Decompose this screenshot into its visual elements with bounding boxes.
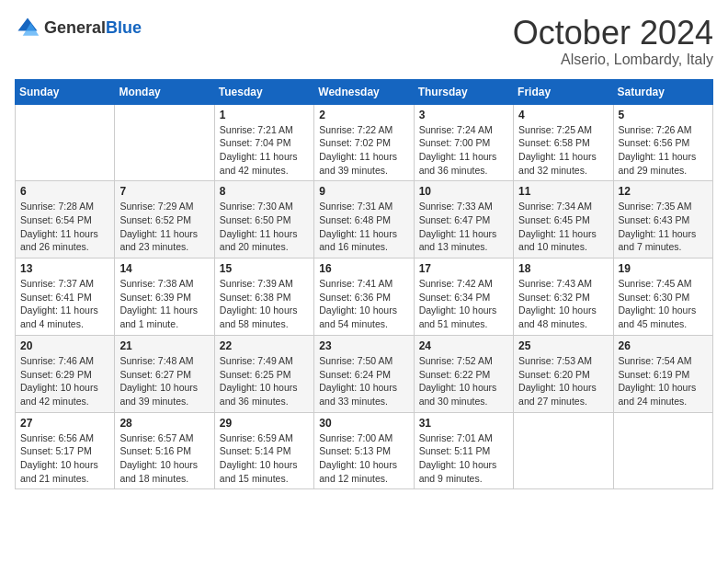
calendar-cell: 7Sunrise: 7:29 AM Sunset: 6:52 PM Daylig…: [115, 181, 214, 259]
calendar-cell: 24Sunrise: 7:52 AM Sunset: 6:22 PM Dayli…: [414, 335, 513, 412]
weekday-header-cell: Sunday: [16, 79, 115, 104]
location-title: Alserio, Lombardy, Italy: [513, 52, 713, 68]
calendar-cell: 4Sunrise: 7:25 AM Sunset: 6:58 PM Daylig…: [514, 104, 613, 181]
day-number: 31: [419, 417, 508, 430]
day-info: Sunrise: 7:42 AM Sunset: 6:34 PM Dayligh…: [419, 277, 508, 331]
day-info: Sunrise: 6:56 AM Sunset: 5:17 PM Dayligh…: [20, 431, 109, 486]
logo-general-text: General: [44, 18, 106, 37]
day-info: Sunrise: 7:41 AM Sunset: 6:36 PM Dayligh…: [319, 277, 408, 331]
calendar-cell: 2Sunrise: 7:22 AM Sunset: 7:02 PM Daylig…: [314, 104, 414, 181]
calendar-cell: 6Sunrise: 7:28 AM Sunset: 6:54 PM Daylig…: [16, 181, 115, 259]
day-number: 21: [119, 339, 209, 352]
weekday-header-cell: Monday: [115, 79, 214, 104]
weekday-header-cell: Friday: [514, 79, 613, 104]
calendar-cell: 1Sunrise: 7:21 AM Sunset: 7:04 PM Daylig…: [214, 104, 313, 181]
day-number: 9: [319, 185, 408, 198]
calendar-cell: 15Sunrise: 7:39 AM Sunset: 6:38 PM Dayli…: [214, 259, 313, 336]
calendar-cell: 20Sunrise: 7:46 AM Sunset: 6:29 PM Dayli…: [16, 335, 115, 412]
logo-blue-text: Blue: [106, 18, 142, 37]
weekday-header-cell: Tuesday: [214, 79, 313, 104]
day-info: Sunrise: 7:50 AM Sunset: 6:24 PM Dayligh…: [319, 354, 408, 408]
day-info: Sunrise: 7:52 AM Sunset: 6:22 PM Dayligh…: [419, 354, 508, 408]
day-number: 23: [319, 339, 408, 352]
calendar-cell: 21Sunrise: 7:48 AM Sunset: 6:27 PM Dayli…: [115, 335, 214, 412]
calendar-cell: 19Sunrise: 7:45 AM Sunset: 6:30 PM Dayli…: [613, 259, 712, 336]
day-number: 14: [119, 262, 209, 275]
calendar-cell: 5Sunrise: 7:26 AM Sunset: 6:56 PM Daylig…: [613, 104, 712, 181]
calendar-cell: 31Sunrise: 7:01 AM Sunset: 5:11 PM Dayli…: [414, 412, 513, 489]
day-info: Sunrise: 7:22 AM Sunset: 7:02 PM Dayligh…: [319, 123, 408, 178]
day-number: 30: [319, 417, 408, 430]
calendar-cell: 18Sunrise: 7:43 AM Sunset: 6:32 PM Dayli…: [514, 259, 613, 336]
page-header: GeneralBlue October 2024 Alserio, Lombar…: [15, 15, 713, 68]
calendar-cell: 29Sunrise: 6:59 AM Sunset: 5:14 PM Dayli…: [214, 412, 313, 489]
day-info: Sunrise: 7:39 AM Sunset: 6:38 PM Dayligh…: [220, 277, 309, 331]
day-number: 20: [20, 339, 109, 352]
calendar-cell: 22Sunrise: 7:49 AM Sunset: 6:25 PM Dayli…: [214, 335, 313, 412]
day-info: Sunrise: 7:25 AM Sunset: 6:58 PM Dayligh…: [518, 123, 608, 178]
logo-icon: [15, 15, 40, 40]
day-number: 11: [518, 185, 608, 198]
day-number: 7: [119, 185, 209, 198]
day-info: Sunrise: 7:30 AM Sunset: 6:50 PM Dayligh…: [220, 200, 309, 254]
calendar-week-row: 13Sunrise: 7:37 AM Sunset: 6:41 PM Dayli…: [16, 259, 713, 336]
calendar-cell: 27Sunrise: 6:56 AM Sunset: 5:17 PM Dayli…: [16, 412, 115, 489]
day-info: Sunrise: 7:21 AM Sunset: 7:04 PM Dayligh…: [220, 123, 309, 178]
day-number: 5: [619, 109, 708, 121]
logo[interactable]: GeneralBlue: [15, 15, 142, 40]
calendar-week-row: 1Sunrise: 7:21 AM Sunset: 7:04 PM Daylig…: [16, 104, 713, 181]
calendar-cell: [613, 412, 712, 489]
day-number: 1: [220, 109, 309, 121]
calendar-cell: 14Sunrise: 7:38 AM Sunset: 6:39 PM Dayli…: [115, 259, 214, 336]
day-info: Sunrise: 7:33 AM Sunset: 6:47 PM Dayligh…: [419, 200, 508, 254]
day-number: 27: [20, 417, 109, 430]
calendar-week-row: 20Sunrise: 7:46 AM Sunset: 6:29 PM Dayli…: [16, 335, 713, 412]
month-title: October 2024: [513, 15, 713, 52]
calendar-cell: 17Sunrise: 7:42 AM Sunset: 6:34 PM Dayli…: [414, 259, 513, 336]
day-number: 10: [419, 185, 508, 198]
day-number: 15: [220, 262, 309, 275]
calendar-cell: 13Sunrise: 7:37 AM Sunset: 6:41 PM Dayli…: [16, 259, 115, 336]
day-info: Sunrise: 7:37 AM Sunset: 6:41 PM Dayligh…: [20, 277, 109, 331]
calendar-week-row: 6Sunrise: 7:28 AM Sunset: 6:54 PM Daylig…: [16, 181, 713, 259]
day-number: 2: [319, 109, 408, 121]
calendar-cell: 10Sunrise: 7:33 AM Sunset: 6:47 PM Dayli…: [414, 181, 513, 259]
day-info: Sunrise: 7:49 AM Sunset: 6:25 PM Dayligh…: [220, 354, 309, 408]
calendar-cell: 25Sunrise: 7:53 AM Sunset: 6:20 PM Dayli…: [514, 335, 613, 412]
day-info: Sunrise: 7:38 AM Sunset: 6:39 PM Dayligh…: [119, 277, 209, 331]
calendar-cell: [115, 104, 214, 181]
day-number: 22: [220, 339, 309, 352]
day-number: 19: [619, 262, 708, 275]
day-info: Sunrise: 7:01 AM Sunset: 5:11 PM Dayligh…: [419, 431, 508, 486]
day-info: Sunrise: 6:59 AM Sunset: 5:14 PM Dayligh…: [220, 431, 309, 486]
day-number: 13: [20, 262, 109, 275]
calendar-table: SundayMondayTuesdayWednesdayThursdayFrid…: [15, 79, 713, 490]
calendar-cell: 30Sunrise: 7:00 AM Sunset: 5:13 PM Dayli…: [314, 412, 414, 489]
day-number: 24: [419, 339, 508, 352]
calendar-cell: 28Sunrise: 6:57 AM Sunset: 5:16 PM Dayli…: [115, 412, 214, 489]
calendar-cell: 16Sunrise: 7:41 AM Sunset: 6:36 PM Dayli…: [314, 259, 414, 336]
day-number: 4: [518, 109, 608, 121]
calendar-cell: 9Sunrise: 7:31 AM Sunset: 6:48 PM Daylig…: [314, 181, 414, 259]
day-number: 17: [419, 262, 508, 275]
calendar-cell: 12Sunrise: 7:35 AM Sunset: 6:43 PM Dayli…: [613, 181, 712, 259]
day-number: 8: [220, 185, 309, 198]
day-info: Sunrise: 7:48 AM Sunset: 6:27 PM Dayligh…: [119, 354, 209, 408]
day-info: Sunrise: 7:29 AM Sunset: 6:52 PM Dayligh…: [119, 200, 209, 254]
day-number: 25: [518, 339, 608, 352]
day-number: 29: [220, 417, 309, 430]
weekday-header-row: SundayMondayTuesdayWednesdayThursdayFrid…: [16, 79, 713, 104]
calendar-cell: 26Sunrise: 7:54 AM Sunset: 6:19 PM Dayli…: [613, 335, 712, 412]
weekday-header-cell: Thursday: [414, 79, 513, 104]
calendar-cell: [16, 104, 115, 181]
calendar-cell: [514, 412, 613, 489]
weekday-header-cell: Wednesday: [314, 79, 414, 104]
day-number: 26: [619, 339, 708, 352]
day-number: 12: [619, 185, 708, 198]
day-info: Sunrise: 7:31 AM Sunset: 6:48 PM Dayligh…: [319, 200, 408, 254]
day-number: 16: [319, 262, 408, 275]
day-info: Sunrise: 7:35 AM Sunset: 6:43 PM Dayligh…: [619, 200, 708, 254]
day-info: Sunrise: 6:57 AM Sunset: 5:16 PM Dayligh…: [119, 431, 209, 486]
calendar-cell: 23Sunrise: 7:50 AM Sunset: 6:24 PM Dayli…: [314, 335, 414, 412]
day-number: 3: [419, 109, 508, 121]
